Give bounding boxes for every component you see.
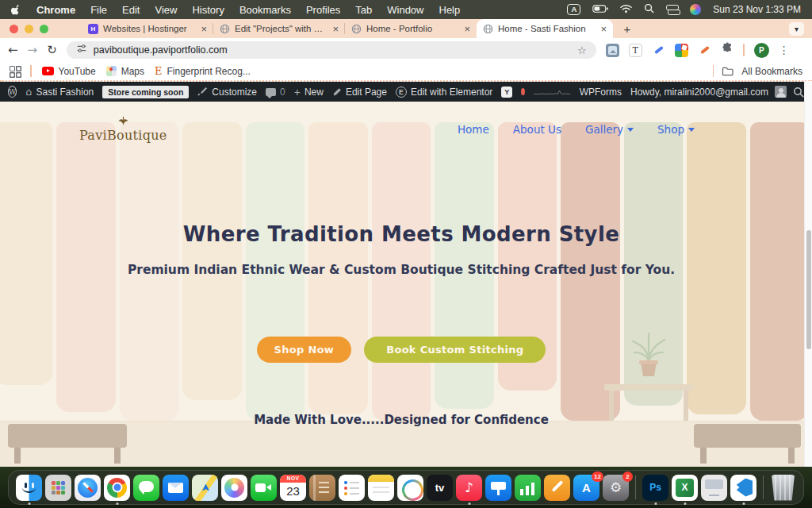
page-scrollbar[interactable]: [804, 81, 812, 467]
extension-screenshot-icon[interactable]: [606, 44, 619, 57]
nav-gallery[interactable]: Gallery: [585, 123, 634, 136]
menu-item-help[interactable]: Help: [439, 4, 461, 16]
minimize-window-button[interactable]: [25, 25, 33, 33]
dock-chrome-icon[interactable]: [104, 475, 130, 501]
menu-item-window[interactable]: Window: [387, 4, 423, 16]
dock-minimized-window-icon[interactable]: [701, 475, 727, 501]
dock-settings-icon[interactable]: ⚙ 2: [603, 475, 629, 501]
tab-websites-hostinger[interactable]: H Websites | Hostinger ×: [82, 19, 213, 38]
dock-appletv-icon[interactable]: tv: [427, 475, 453, 501]
siri-icon[interactable]: [690, 4, 701, 15]
dock-notes-icon[interactable]: [368, 475, 394, 501]
profile-avatar[interactable]: P: [754, 43, 769, 58]
menu-item-bookmarks[interactable]: Bookmarks: [239, 4, 291, 16]
dock-photoshop-icon[interactable]: Ps: [642, 475, 668, 501]
shop-now-button[interactable]: Shop Now: [257, 337, 352, 363]
close-tab-icon[interactable]: ×: [201, 24, 207, 34]
dock-mail-icon[interactable]: [163, 475, 189, 501]
close-tab-icon[interactable]: ×: [600, 24, 607, 34]
dock-reminders-icon[interactable]: [339, 475, 365, 501]
dock-maps-icon[interactable]: [192, 475, 218, 501]
back-button[interactable]: ←: [8, 44, 18, 56]
extension-color-picker-icon[interactable]: [675, 44, 688, 57]
nav-shop[interactable]: Shop: [657, 123, 695, 136]
dock-pages-icon[interactable]: [544, 475, 570, 501]
window-controls: [0, 19, 58, 38]
bookmark-youtube[interactable]: YouTube: [42, 66, 96, 77]
wp-new[interactable]: + New: [294, 87, 324, 98]
bookmark-maps[interactable]: Maps: [106, 66, 144, 77]
url-text[interactable]: paviboutique.paviportfolio.com: [94, 44, 571, 56]
wp-edit-with-elementor[interactable]: E Edit with Elementor: [396, 87, 492, 98]
tab-search-chevron[interactable]: ▾: [789, 22, 804, 36]
wp-yoast[interactable]: Y: [501, 87, 512, 98]
input-source-indicator[interactable]: A: [567, 4, 580, 15]
address-bar[interactable]: paviboutique.paviportfolio.com ☆: [67, 41, 596, 59]
dock-messages-icon[interactable]: [133, 475, 159, 501]
close-tab-icon[interactable]: ×: [332, 24, 339, 34]
dock-launchpad-icon[interactable]: [45, 475, 71, 501]
tab-home-sasti-fashion[interactable]: Home - Sasti Fashion ×: [477, 19, 613, 38]
close-window-button[interactable]: [10, 25, 18, 33]
tab-edit-projects-elementor[interactable]: Edit "Projects" with Elemento ×: [213, 19, 345, 38]
dock-music-icon[interactable]: ♪: [456, 475, 482, 501]
menu-item-view[interactable]: View: [155, 4, 177, 16]
wp-wpforms[interactable]: WPForms: [580, 87, 622, 98]
site-logo[interactable]: PaviBoutique: [79, 116, 167, 143]
menu-item-tab[interactable]: Tab: [355, 4, 372, 16]
extension-orange-pen-icon[interactable]: [698, 44, 711, 57]
battery-icon[interactable]: [592, 4, 608, 16]
zoom-window-button[interactable]: [40, 25, 48, 33]
howdy-label[interactable]: Howdy, miralini2000@gmail.com: [630, 87, 768, 98]
scrollbar-thumb[interactable]: [806, 230, 811, 349]
forward-button[interactable]: →: [28, 44, 38, 56]
dock-freeform-icon[interactable]: [397, 475, 423, 501]
book-custom-stitching-button[interactable]: Book Custom Stitching: [364, 337, 546, 363]
menu-item-history[interactable]: History: [192, 4, 224, 16]
avatar[interactable]: [775, 86, 787, 98]
dock-calendar-icon[interactable]: NOV23: [280, 475, 306, 501]
wp-customize[interactable]: Customize: [197, 87, 257, 98]
store-coming-soon-badge[interactable]: Store coming soon: [102, 86, 189, 98]
menu-item-chrome[interactable]: Chrome: [36, 4, 75, 16]
bookmark-fingerprint[interactable]: E Fingerprint Recog...: [155, 66, 251, 77]
dock-numbers-icon[interactable]: [515, 475, 541, 501]
dock-contacts-icon[interactable]: [309, 475, 335, 501]
dock-photos-icon[interactable]: [221, 475, 247, 501]
reload-button[interactable]: ↻: [47, 44, 57, 56]
site-settings-icon[interactable]: [76, 43, 87, 57]
spotlight-search-icon[interactable]: [644, 3, 654, 16]
dock-keynote-icon[interactable]: [485, 475, 511, 501]
menu-item-file[interactable]: File: [90, 4, 107, 16]
dock-appstore-icon[interactable]: A 12: [573, 475, 599, 501]
wifi-icon[interactable]: [620, 4, 632, 16]
search-icon[interactable]: [793, 87, 804, 98]
dock-facetime-icon[interactable]: [251, 475, 277, 501]
dock-excel-icon[interactable]: X: [672, 475, 698, 501]
menu-item-profiles[interactable]: Profiles: [306, 4, 340, 16]
extension-blue-pen-icon[interactable]: [652, 44, 665, 57]
extensions-puzzle-icon[interactable]: [721, 42, 733, 58]
chrome-menu-icon[interactable]: ⋮: [779, 44, 790, 56]
menu-item-edit[interactable]: Edit: [122, 4, 140, 16]
bookmark-star-icon[interactable]: ☆: [577, 44, 587, 56]
dock-vscode-icon[interactable]: [730, 475, 756, 501]
dock-safari-icon[interactable]: [75, 475, 101, 501]
apps-grid-icon[interactable]: [10, 66, 20, 76]
tab-home-portfolio[interactable]: Home - Portfolio ×: [345, 19, 477, 38]
all-bookmarks[interactable]: All Bookmarks: [713, 65, 802, 77]
wordpress-logo-icon[interactable]: W: [8, 86, 17, 98]
new-tab-button[interactable]: +: [619, 21, 635, 37]
screen-mirroring-icon[interactable]: [666, 5, 678, 14]
wp-site-name[interactable]: ⌂ Sasti Fashion: [25, 87, 94, 98]
menu-clock[interactable]: Sun 23 Nov 1:33 PM: [713, 4, 801, 15]
extension-text-icon[interactable]: T: [629, 44, 642, 57]
dock-trash-icon[interactable]: [770, 475, 796, 501]
wp-comments[interactable]: 0: [266, 87, 285, 98]
nav-about-us[interactable]: About Us: [513, 123, 561, 136]
apple-icon[interactable]: [11, 4, 21, 16]
wp-edit-page[interactable]: Edit Page: [332, 87, 387, 98]
nav-home[interactable]: Home: [458, 123, 489, 136]
close-tab-icon[interactable]: ×: [464, 24, 470, 34]
dock-finder-icon[interactable]: [16, 475, 42, 501]
